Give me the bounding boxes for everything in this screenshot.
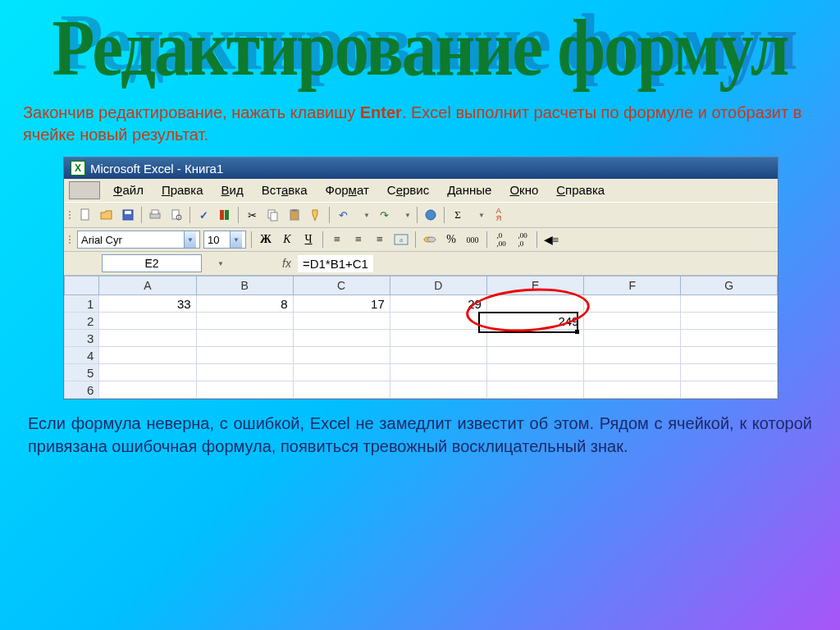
cell[interactable] bbox=[681, 330, 778, 347]
bold-button[interactable]: Ж bbox=[257, 231, 275, 248]
align-center-icon[interactable]: ≡ bbox=[349, 231, 368, 248]
cell[interactable] bbox=[196, 364, 293, 381]
italic-button[interactable]: К bbox=[278, 231, 296, 248]
open-icon[interactable] bbox=[97, 205, 116, 225]
comma-icon[interactable]: 000 bbox=[463, 231, 482, 248]
cell[interactable] bbox=[99, 381, 196, 399]
cell[interactable] bbox=[99, 364, 196, 381]
indent-dec-icon[interactable]: ◀≡ bbox=[542, 231, 560, 248]
align-left-icon[interactable]: ≡ bbox=[328, 231, 346, 248]
row-header[interactable]: 4 bbox=[65, 347, 99, 364]
row-header[interactable]: 6 bbox=[65, 381, 99, 399]
copy-icon[interactable] bbox=[263, 205, 283, 225]
cell[interactable] bbox=[681, 347, 778, 364]
paste-icon[interactable] bbox=[285, 205, 304, 225]
row-header[interactable]: 3 bbox=[65, 330, 99, 347]
menu-view[interactable]: Вид bbox=[213, 181, 252, 199]
link-icon[interactable] bbox=[421, 205, 441, 225]
cell[interactable] bbox=[99, 347, 196, 364]
cell[interactable] bbox=[681, 381, 778, 399]
cell[interactable]: 249 bbox=[486, 313, 583, 330]
row-header[interactable]: 5 bbox=[65, 364, 99, 381]
dec-decimal-icon[interactable]: ,00,0 bbox=[514, 231, 532, 248]
cell[interactable] bbox=[584, 381, 681, 399]
cell[interactable] bbox=[681, 295, 778, 313]
cell[interactable] bbox=[584, 364, 681, 381]
cell[interactable] bbox=[681, 313, 778, 330]
cell[interactable] bbox=[293, 313, 390, 330]
cell[interactable] bbox=[584, 330, 681, 347]
fmt-painter-icon[interactable] bbox=[306, 205, 326, 225]
fontsize-combo[interactable]: 10▼ bbox=[203, 231, 246, 249]
menu-window[interactable]: Окно bbox=[501, 181, 546, 199]
cell[interactable] bbox=[486, 295, 583, 313]
cell[interactable] bbox=[99, 330, 196, 347]
menu-data[interactable]: Данные bbox=[439, 181, 500, 199]
autosum-icon[interactable]: Σ bbox=[448, 205, 468, 225]
col-header[interactable]: D bbox=[390, 276, 486, 295]
menu-edit[interactable]: Правка bbox=[153, 181, 212, 199]
fx-icon[interactable]: fx bbox=[282, 257, 291, 270]
select-all-corner[interactable] bbox=[65, 276, 99, 295]
cell[interactable] bbox=[196, 313, 293, 330]
spell-icon[interactable]: ✓ bbox=[194, 205, 213, 225]
cell[interactable] bbox=[486, 364, 583, 381]
row-header[interactable]: 1 bbox=[65, 295, 99, 313]
cell[interactable] bbox=[293, 381, 390, 399]
cell[interactable] bbox=[390, 330, 486, 347]
cell[interactable] bbox=[486, 381, 583, 399]
col-header[interactable]: B bbox=[196, 276, 293, 295]
merge-icon[interactable]: a bbox=[392, 231, 410, 248]
underline-button[interactable]: Ч bbox=[299, 231, 317, 248]
menu-help[interactable]: Справка bbox=[548, 181, 613, 199]
undo-icon[interactable]: ↶ bbox=[333, 205, 353, 225]
col-header[interactable]: F bbox=[584, 276, 681, 295]
spreadsheet-grid[interactable]: A B C D E F G 13381729 2249 3 4 5 6 bbox=[64, 276, 778, 399]
name-box[interactable]: E2 bbox=[102, 254, 202, 272]
align-right-icon[interactable]: ≡ bbox=[371, 231, 389, 248]
cut-icon[interactable]: ✂ bbox=[242, 205, 262, 225]
preview-icon[interactable] bbox=[167, 205, 186, 225]
inc-decimal-icon[interactable]: ,0,00 bbox=[492, 231, 510, 248]
cell[interactable]: 8 bbox=[196, 295, 293, 313]
menu-tools[interactable]: Сервис bbox=[379, 181, 437, 199]
menu-file[interactable]: Файл bbox=[105, 181, 152, 199]
research-icon[interactable] bbox=[215, 205, 235, 225]
cell[interactable]: 33 bbox=[99, 295, 196, 313]
sort-icon[interactable]: АЯ bbox=[489, 205, 509, 225]
cell[interactable]: 29 bbox=[390, 295, 486, 313]
cell[interactable] bbox=[486, 330, 583, 347]
namebox-dropdown-icon[interactable]: ▼ bbox=[215, 258, 226, 269]
cell[interactable] bbox=[99, 313, 196, 330]
row-header[interactable]: 2 bbox=[65, 313, 99, 330]
save-icon[interactable] bbox=[118, 205, 138, 225]
cell[interactable] bbox=[293, 364, 390, 381]
cell[interactable] bbox=[681, 364, 778, 381]
font-combo[interactable]: Arial Cyr▼ bbox=[77, 231, 200, 249]
cell[interactable] bbox=[390, 364, 486, 381]
cell[interactable] bbox=[293, 347, 390, 364]
formula-input[interactable]: =D1*B1+C1 bbox=[298, 255, 373, 272]
cell[interactable] bbox=[584, 295, 681, 313]
print-icon[interactable] bbox=[145, 205, 165, 225]
cell[interactable] bbox=[486, 347, 583, 364]
cell[interactable] bbox=[196, 381, 293, 399]
cell[interactable] bbox=[390, 381, 486, 399]
menu-insert[interactable]: Вставка bbox=[253, 181, 316, 199]
col-header[interactable]: A bbox=[99, 276, 196, 295]
redo-icon[interactable]: ↷ bbox=[374, 205, 394, 225]
cell[interactable] bbox=[390, 347, 486, 364]
col-header[interactable]: E bbox=[486, 276, 583, 295]
cell[interactable] bbox=[584, 313, 681, 330]
cell[interactable] bbox=[584, 347, 681, 364]
col-header[interactable]: C bbox=[293, 276, 390, 295]
new-icon[interactable] bbox=[75, 205, 95, 225]
cell[interactable] bbox=[293, 330, 390, 347]
col-header[interactable]: G bbox=[681, 276, 778, 295]
cell[interactable] bbox=[196, 330, 293, 347]
menu-format[interactable]: Формат bbox=[317, 181, 377, 199]
cell[interactable]: 17 bbox=[293, 295, 390, 313]
cell[interactable] bbox=[196, 347, 293, 364]
currency-icon[interactable] bbox=[421, 231, 439, 248]
percent-icon[interactable]: % bbox=[442, 231, 460, 248]
